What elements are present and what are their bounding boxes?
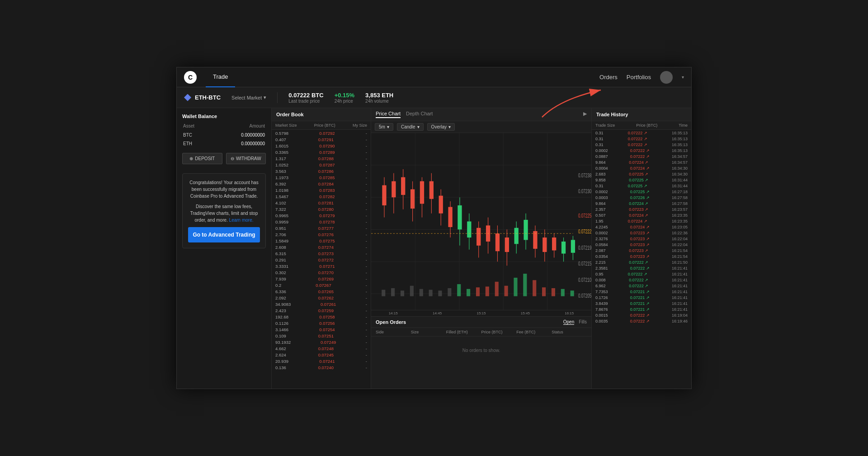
ob-sell-row[interactable]: 1.54670.07282- <box>272 193 371 200</box>
chevron-down-icon[interactable]: ▾ <box>682 75 684 80</box>
ob-sell-row[interactable]: 6.3360.07265- <box>272 288 371 294</box>
ob-sell-row[interactable]: 0.3020.07270- <box>272 269 371 276</box>
ob-my-size: - <box>366 245 367 250</box>
market-selector[interactable]: ETH-BTC <box>184 94 221 101</box>
ob-sell-row[interactable]: 2.4230.07259- <box>272 307 371 314</box>
svg-rect-81 <box>571 290 574 296</box>
th-price: 0.07223 ↗ <box>629 207 648 212</box>
ob-size: 0.1126 <box>275 321 288 326</box>
ob-sell-row[interactable]: 2.6240.07245- <box>272 352 371 358</box>
ob-sell-row[interactable]: 0.9510.07277- <box>272 225 371 231</box>
deposit-button[interactable]: ⊕ DEPOSIT <box>182 153 222 164</box>
ob-sell-row[interactable]: 0.99590.07278- <box>272 218 371 225</box>
time-label-3: 15:45 <box>521 311 530 315</box>
svg-text:0.07230: 0.07230 <box>578 188 591 194</box>
ob-sell-row[interactable]: 4.6620.07248- <box>272 345 371 352</box>
ob-sell-row[interactable]: 0.20.07267- <box>272 282 371 288</box>
trade-history-row: 0.00030.07226 ↗16:27:58 <box>592 195 691 200</box>
ob-my-size: - <box>366 346 367 351</box>
market-bar: ETH-BTC Select Market ▾ 0.07222 BTC Last… <box>177 87 691 108</box>
wallet-amount: 0.00000000 <box>210 140 265 147</box>
chart-expand-icon[interactable]: ▶ <box>583 111 587 118</box>
svg-rect-65 <box>420 289 423 296</box>
tab-price-chart[interactable]: Price Chart <box>376 111 401 118</box>
ob-sell-row[interactable]: 0.2910.07272- <box>272 256 371 263</box>
ob-sell-row[interactable]: 0.33650.07289- <box>272 149 371 155</box>
th-time: 16:27:18 <box>672 190 688 194</box>
advanced-trading-button[interactable]: Go to Advanced Trading <box>188 227 260 242</box>
ob-sell-row[interactable]: 0.57980.07292- <box>272 130 371 136</box>
ob-sell-row[interactable]: 0.1090.07251- <box>272 332 371 339</box>
candle-type-button[interactable]: Candle▾ <box>397 123 424 131</box>
ob-sell-row[interactable]: 2.0920.07262- <box>272 294 371 301</box>
ob-price: 0.07267 <box>316 283 331 288</box>
ob-size: 6.336 <box>275 289 286 294</box>
wallet-amount: 0.00000000 <box>210 131 265 139</box>
ob-price: 0.07240 <box>318 365 334 370</box>
ob-sell-row[interactable]: 3.14660.07254- <box>272 326 371 332</box>
th-size: 2.683 <box>595 172 606 176</box>
nav-tabs: Trade <box>206 67 599 87</box>
th-price: 0.07225 ↗ <box>630 190 650 194</box>
ob-sell-row[interactable]: 192.680.07258- <box>272 314 371 320</box>
select-market-button[interactable]: Select Market ▾ <box>231 95 266 100</box>
tab-portfolios[interactable]: Portfolios <box>627 74 651 81</box>
ob-sell-row[interactable]: 2.7060.07276- <box>272 231 371 238</box>
ob-size: 2.624 <box>275 352 286 357</box>
ob-sell-row[interactable]: 1.58490.07275- <box>272 238 371 244</box>
ob-size: 1.317 <box>275 156 286 161</box>
tab-fills[interactable]: Fills <box>579 319 587 325</box>
ob-sell-row[interactable]: 7.9390.07269- <box>272 276 371 282</box>
wallet-actions: ⊕ DEPOSIT ⊖ WITHDRAW <box>182 153 266 164</box>
trade-history-row: 2.6830.07225 ↗16:34:30 <box>592 171 691 177</box>
ob-sell-row[interactable]: 1.02520.07287- <box>272 162 371 168</box>
tab-orders[interactable]: Orders <box>599 74 618 81</box>
th-price: 0.07223 ↗ <box>630 242 650 247</box>
th-time: 16:27:58 <box>672 195 688 200</box>
ob-price: 0.07288 <box>318 156 334 161</box>
avatar[interactable] <box>660 71 673 84</box>
ob-sell-row[interactable]: 0.1360.07240- <box>272 364 371 370</box>
ob-price: 0.07292 <box>319 131 335 136</box>
tab-depth-chart[interactable]: Depth Chart <box>406 111 433 118</box>
trade-history-row: 0.00350.07222 ↗16:19:46 <box>592 318 691 324</box>
ob-price: 0.07245 <box>318 352 334 357</box>
th-price: 0.07224 ↗ <box>630 225 650 229</box>
timeframe-button[interactable]: 5m▾ <box>375 123 393 131</box>
ob-sell-row[interactable]: 7.3220.07280- <box>272 206 371 212</box>
ob-sell-row[interactable]: 0.11260.07256- <box>272 320 371 326</box>
ob-sell-row[interactable]: 6.3920.07284- <box>272 180 371 187</box>
ob-size: 20.939 <box>275 359 288 364</box>
ob-sell-row[interactable]: 1.3170.07288- <box>272 155 371 162</box>
ob-my-size: - <box>366 150 367 155</box>
ob-sell-row[interactable]: 34.90830.07261- <box>272 301 371 307</box>
ob-price: 0.07281 <box>318 200 334 205</box>
ob-sell-row[interactable]: 20.9390.07241- <box>272 358 371 364</box>
learn-more-link[interactable]: Learn more. <box>229 218 254 223</box>
ob-sell-row[interactable]: 2.6080.07274- <box>272 244 371 250</box>
svg-rect-70 <box>467 289 470 296</box>
chevron-down-icon: ▾ <box>417 124 420 129</box>
ob-my-size: - <box>366 188 367 193</box>
logo-icon[interactable]: C <box>184 71 197 84</box>
svg-rect-25 <box>448 207 452 227</box>
svg-rect-19 <box>420 181 424 204</box>
trade-history-row: 0.05840.07223 ↗16:22:04 <box>592 242 691 247</box>
ob-sell-row[interactable]: 1.60150.07290- <box>272 142 371 149</box>
ob-sell-row[interactable]: 1.01980.07283- <box>272 187 371 193</box>
tab-open[interactable]: Open <box>563 319 574 325</box>
th-time: 16:21:41 <box>672 307 688 312</box>
th-time: 16:21:54 <box>672 254 688 259</box>
trade-history-row: 0.17260.07221 ↗16:21:41 <box>592 294 691 300</box>
ob-sell-row[interactable]: 1.19730.07285- <box>272 174 371 180</box>
overlay-button[interactable]: Overlay▾ <box>427 123 455 131</box>
ob-sell-row[interactable]: 93.19320.07249- <box>272 339 371 345</box>
ob-sell-row[interactable]: 3.5630.07286- <box>272 168 371 174</box>
ob-sell-row[interactable]: 6.3150.07273- <box>272 250 371 256</box>
withdraw-button[interactable]: ⊖ WITHDRAW <box>226 153 266 164</box>
ob-sell-row[interactable]: 0.99650.07279- <box>272 212 371 218</box>
tab-trade[interactable]: Trade <box>206 67 235 87</box>
ob-sell-row[interactable]: 3.33310.07271- <box>272 263 371 269</box>
ob-sell-row[interactable]: 0.4070.07291- <box>272 136 371 142</box>
ob-sell-row[interactable]: 4.1020.07281- <box>272 200 371 206</box>
